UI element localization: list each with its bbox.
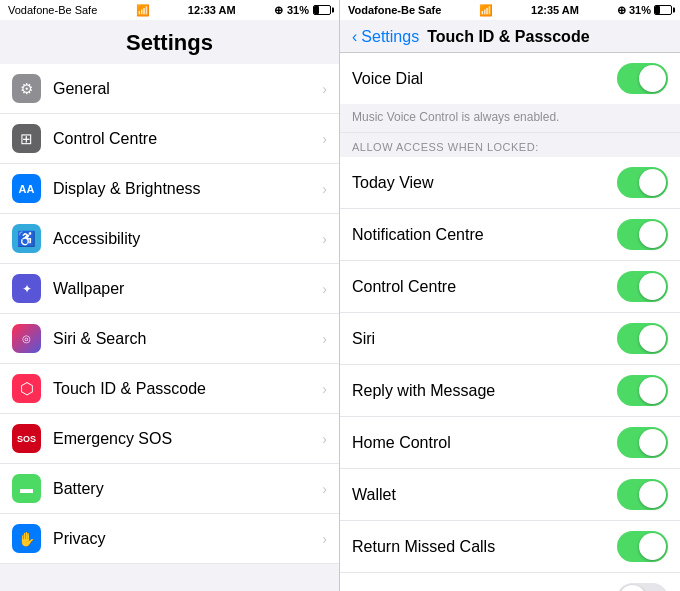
display-brightness-icon: AA [12, 174, 41, 203]
back-arrow-icon[interactable]: ‹ [352, 28, 357, 46]
emergency-sos-label: Emergency SOS [53, 430, 322, 448]
control-centre-toggle[interactable] [617, 271, 668, 302]
control-centre-icon: ⊞ [12, 124, 41, 153]
privacy-icon: ✋ [12, 524, 41, 553]
voice-dial-toggle[interactable] [617, 63, 668, 94]
display-brightness-label: Display & Brightness [53, 180, 322, 198]
voice-dial-thumb [639, 65, 666, 92]
voice-dial-group: Voice Dial [340, 53, 680, 104]
left-battery-pct: 31% [287, 4, 309, 16]
usb-accessories-toggle[interactable] [617, 583, 668, 591]
voice-dial-track [617, 63, 668, 94]
left-carrier: Vodafone-Be Safe [8, 4, 97, 16]
left-battery-icon [313, 5, 331, 15]
settings-item-accessibility[interactable]: ♿ Accessibility › [0, 214, 339, 264]
back-label[interactable]: Settings [361, 28, 419, 46]
siri-row: Siri [340, 313, 680, 365]
privacy-label: Privacy [53, 530, 322, 548]
settings-item-general[interactable]: ⚙ General › [0, 64, 339, 114]
notification-centre-row: Notification Centre [340, 209, 680, 261]
accessibility-label: Accessibility [53, 230, 322, 248]
notification-centre-toggle[interactable] [617, 219, 668, 250]
notification-centre-label: Notification Centre [352, 226, 617, 244]
home-control-label: Home Control [352, 434, 617, 452]
wallpaper-chevron: › [322, 281, 327, 297]
return-missed-calls-toggle[interactable] [617, 531, 668, 562]
right-carrier: Vodafone-Be Safe [348, 4, 441, 16]
siri-toggle[interactable] [617, 323, 668, 354]
control-centre-chevron: › [322, 131, 327, 147]
usb-accessories-row: USB Accessories [340, 573, 680, 591]
return-missed-calls-label: Return Missed Calls [352, 538, 617, 556]
reply-message-toggle[interactable] [617, 375, 668, 406]
right-battery-pct: 31% [629, 4, 651, 16]
settings-item-battery[interactable]: ▬ Battery › [0, 464, 339, 514]
touch-id-icon: ⬡ [12, 374, 41, 403]
right-battery-fill [655, 6, 660, 14]
reply-message-row: Reply with Message [340, 365, 680, 417]
list-divider [0, 564, 339, 591]
privacy-chevron: › [322, 531, 327, 547]
battery-chevron: › [322, 481, 327, 497]
right-wifi-icon: 📶 [479, 4, 493, 17]
emergency-sos-chevron: › [322, 431, 327, 447]
general-icon: ⚙ [12, 74, 41, 103]
general-chevron: › [322, 81, 327, 97]
siri-search-chevron: › [322, 331, 327, 347]
voice-dial-label: Voice Dial [352, 70, 617, 88]
battery-icon-item: ▬ [12, 474, 41, 503]
control-centre-label: Control Centre [53, 130, 322, 148]
control-centre-row: Control Centre [340, 261, 680, 313]
voice-dial-row: Voice Dial [340, 53, 680, 104]
today-view-row: Today View [340, 157, 680, 209]
left-right-status: ⊕ 31% [274, 4, 331, 17]
right-panel: Vodafone-Be Safe 📶 12:35 AM ⊕ 31% ‹ Sett… [340, 0, 680, 591]
left-battery-fill [314, 6, 319, 14]
return-missed-calls-row: Return Missed Calls [340, 521, 680, 573]
wallpaper-icon: ✦ [12, 274, 41, 303]
wallet-label: Wallet [352, 486, 617, 504]
right-content: Voice Dial Music Voice Control is always… [340, 53, 680, 591]
home-control-toggle[interactable] [617, 427, 668, 458]
control-centre-locked-label: Control Centre [352, 278, 617, 296]
touch-id-chevron: › [322, 381, 327, 397]
left-gps-icon: ⊕ [274, 4, 283, 17]
right-battery-icon [654, 5, 672, 15]
left-time: 12:33 AM [188, 4, 236, 16]
wallpaper-label: Wallpaper [53, 280, 322, 298]
siri-search-icon: ◎ [12, 324, 41, 353]
settings-item-control-centre[interactable]: ⊞ Control Centre › [0, 114, 339, 164]
allow-access-header: ALLOW ACCESS WHEN LOCKED: [340, 133, 680, 157]
right-status-bar: Vodafone-Be Safe 📶 12:35 AM ⊕ 31% [340, 0, 680, 20]
accessibility-icon: ♿ [12, 224, 41, 253]
emergency-sos-icon: SOS [12, 424, 41, 453]
general-label: General [53, 80, 322, 98]
siri-search-label: Siri & Search [53, 330, 322, 348]
wallet-toggle[interactable] [617, 479, 668, 510]
settings-item-emergency-sos[interactable]: SOS Emergency SOS › [0, 414, 339, 464]
display-brightness-chevron: › [322, 181, 327, 197]
settings-title: Settings [0, 20, 339, 64]
locked-access-group: Today View Notification Centre Control C… [340, 157, 680, 591]
today-view-toggle[interactable] [617, 167, 668, 198]
voice-dial-note: Music Voice Control is always enabled. [340, 104, 680, 133]
settings-item-display-brightness[interactable]: AA Display & Brightness › [0, 164, 339, 214]
settings-item-privacy[interactable]: ✋ Privacy › [0, 514, 339, 564]
settings-item-touch-id[interactable]: ⬡ Touch ID & Passcode › [0, 364, 339, 414]
today-view-label: Today View [352, 174, 617, 192]
home-control-row: Home Control [340, 417, 680, 469]
touch-id-label: Touch ID & Passcode [53, 380, 322, 398]
right-gps-icon: ⊕ [617, 4, 626, 16]
accessibility-chevron: › [322, 231, 327, 247]
siri-label: Siri [352, 330, 617, 348]
right-right-status: ⊕ 31% [617, 4, 672, 17]
wallet-row: Wallet [340, 469, 680, 521]
settings-item-wallpaper[interactable]: ✦ Wallpaper › [0, 264, 339, 314]
settings-item-siri-search[interactable]: ◎ Siri & Search › [0, 314, 339, 364]
right-nav-title: Touch ID & Passcode [427, 28, 589, 46]
left-panel: Vodafone-Be Safe 📶 12:33 AM ⊕ 31% Settin… [0, 0, 340, 591]
left-wifi-icon: 📶 [136, 4, 150, 17]
left-status-bar: Vodafone-Be Safe 📶 12:33 AM ⊕ 31% [0, 0, 339, 20]
battery-label: Battery [53, 480, 322, 498]
right-time: 12:35 AM [531, 4, 579, 16]
